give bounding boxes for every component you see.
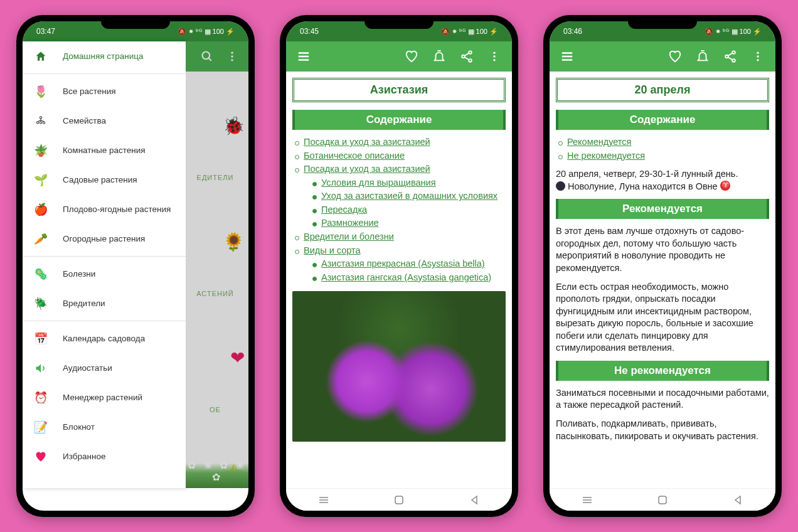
houseplant-icon: 🪴 bbox=[34, 144, 48, 157]
app-bar bbox=[550, 41, 775, 72]
svg-line-9 bbox=[209, 58, 211, 61]
menu-icon[interactable] bbox=[556, 45, 578, 68]
status-time: 03:45 bbox=[300, 27, 319, 36]
toc-link[interactable]: Пересадка bbox=[321, 205, 367, 215]
drawer-item-families[interactable]: Семейства bbox=[23, 106, 186, 136]
toc-item: Размножение bbox=[321, 217, 506, 230]
toc-item: Азистазия прекрасная (Asystasia bella) bbox=[321, 258, 506, 270]
drawer-item-label: Блокнот bbox=[63, 422, 95, 432]
drawer-item-pest[interactable]: 🪲Вредители bbox=[23, 289, 186, 318]
toc-item: Посадка и уход за азистазией bbox=[304, 136, 506, 149]
drawer-item-calendar[interactable]: 📅Календарь садовода bbox=[23, 324, 186, 353]
home-button[interactable] bbox=[650, 494, 675, 506]
bg-label: АСТЕНИЙ bbox=[186, 290, 245, 297]
recommended-text: В этот день вам лучше отдохнуть от садов… bbox=[556, 225, 769, 274]
drawer-item-label: Избранное bbox=[63, 452, 105, 461]
garden-icon: 🌱 bbox=[34, 173, 48, 187]
search-icon[interactable] bbox=[196, 45, 218, 68]
drawer-item-plants[interactable]: 🌷Все растения bbox=[23, 77, 186, 106]
drawer-item-fruit[interactable]: 🍎Плодово-ягодные растения bbox=[23, 194, 186, 224]
toc-item: Вредители и болезни bbox=[304, 231, 506, 243]
audio-icon bbox=[34, 361, 48, 375]
svg-point-26 bbox=[493, 52, 495, 54]
drawer-divider bbox=[23, 256, 186, 257]
toc-item: Условия для выращивания bbox=[321, 177, 506, 189]
status-time: 03:46 bbox=[563, 27, 582, 36]
phone-3: 03:46 🔕 ⁕ ᵇᴳ ▦ 100 ⚡ 20 апреля Содержани… bbox=[543, 15, 782, 517]
status-icons: 🔕 ⁕ ᵇᴳ ▦ 100 ⚡ bbox=[178, 28, 235, 36]
pest-icon: 🪲 bbox=[34, 297, 48, 311]
aries-icon bbox=[720, 181, 730, 191]
drawer-item-vegetable[interactable]: 🥕Огородные растения bbox=[23, 224, 186, 253]
status-bar: 03:47 🔕 ⁕ ᵇᴳ ▦ 100 ⚡ bbox=[23, 21, 248, 41]
toc-item: Азистазия гангская (Asystasia gangetica) bbox=[321, 272, 506, 284]
toc-item: Уход за азистазией в домашних условиях bbox=[321, 190, 506, 203]
favorite-icon[interactable] bbox=[400, 45, 423, 68]
toc-link[interactable]: Ботаническое описание bbox=[304, 151, 405, 161]
back-button[interactable] bbox=[725, 494, 750, 506]
drawer-item-garden[interactable]: 🌱Садовые растения bbox=[23, 165, 186, 194]
toc-link[interactable]: Не рекомендуется bbox=[567, 151, 645, 161]
content-area[interactable]: 20 апреля Содержание РекомендуетсяНе рек… bbox=[550, 72, 775, 488]
toc-link[interactable]: Посадка и уход за азистазией bbox=[304, 164, 430, 174]
drawer-item-label: Календарь садовода bbox=[63, 334, 145, 343]
toc-link[interactable]: Азистазия гангская (Asystasia gangetica) bbox=[321, 272, 491, 282]
toc-item: Рекомендуется bbox=[567, 136, 769, 149]
plant-photo bbox=[292, 291, 506, 442]
recents-button[interactable] bbox=[311, 494, 336, 506]
svg-point-27 bbox=[493, 55, 495, 57]
bg-label: ЕДИТЕЛИ bbox=[186, 174, 245, 181]
toc-link[interactable]: Вредители и болезни bbox=[304, 231, 394, 242]
toc-item: Посадка и уход за азистазиейУсловия для … bbox=[304, 163, 506, 230]
back-button[interactable] bbox=[462, 494, 487, 506]
drawer-item-label: Комнатные растения bbox=[63, 146, 146, 155]
drawer-item-notepad[interactable]: 📝Блокнот bbox=[23, 412, 186, 442]
notepad-icon: 📝 bbox=[34, 420, 48, 434]
overflow-icon[interactable] bbox=[747, 45, 769, 68]
recents-button[interactable] bbox=[575, 494, 600, 506]
drawer-item-alarm[interactable]: ⏰Менеджер растений bbox=[23, 383, 186, 412]
svg-line-24 bbox=[464, 53, 469, 56]
drawer-item-home[interactable]: Домашняя страница bbox=[23, 41, 186, 71]
bg-label: ОЕ bbox=[186, 406, 245, 413]
content-behind-drawer: 🐞 ЕДИТЕЛИ 🌻 АСТЕНИЙ ❤ ОЕ ⭐ ЛОЖЕНИЕ bbox=[186, 41, 248, 488]
drawer-item-favorite[interactable]: Избранное bbox=[23, 442, 186, 471]
drawer-item-audio[interactable]: Аудиостатьи bbox=[23, 353, 186, 383]
menu-icon[interactable] bbox=[292, 45, 315, 68]
phone-1: 03:47 🔕 ⁕ ᵇᴳ ▦ 100 ⚡ Домашняя страница🌷В… bbox=[16, 15, 255, 517]
new-moon-icon bbox=[556, 181, 565, 191]
svg-point-8 bbox=[203, 52, 210, 60]
nav-drawer[interactable]: Домашняя страница🌷Все растенияСемейства🪴… bbox=[23, 41, 186, 488]
toc-link[interactable]: Рекомендуется bbox=[567, 137, 631, 147]
svg-line-41 bbox=[728, 57, 732, 60]
favorite-icon[interactable] bbox=[664, 45, 686, 68]
drawer-item-label: Менеджер растений bbox=[63, 393, 142, 402]
drawer-item-label: Плодово-ягодные растения bbox=[63, 205, 171, 214]
share-icon[interactable] bbox=[719, 45, 742, 68]
toc-link[interactable]: Уход за азистазией в домашних условиях bbox=[321, 191, 497, 201]
alarm-icon: ⏰ bbox=[34, 391, 48, 405]
reminder-icon[interactable] bbox=[691, 45, 714, 68]
toc-item: Пересадка bbox=[321, 204, 506, 216]
toc-link[interactable]: Азистазия прекрасная (Asystasia bella) bbox=[321, 258, 485, 269]
svg-point-3 bbox=[43, 121, 45, 123]
status-icons: 🔕 ⁕ ᵇᴳ ▦ 100 ⚡ bbox=[705, 28, 762, 36]
drawer-item-label: Вредители bbox=[63, 299, 105, 308]
toc-link[interactable]: Посадка и уход за азистазией bbox=[304, 137, 430, 147]
drawer-item-houseplant[interactable]: 🪴Комнатные растения bbox=[23, 136, 186, 165]
drawer-divider bbox=[23, 73, 186, 74]
plants-icon: 🌷 bbox=[34, 85, 48, 98]
toc-link[interactable]: Виды и сорта bbox=[304, 245, 361, 255]
svg-point-2 bbox=[40, 121, 41, 123]
content-area[interactable]: Азистазия Содержание Посадка и уход за а… bbox=[286, 72, 512, 488]
overflow-icon[interactable] bbox=[483, 45, 506, 68]
toc-link[interactable]: Размножение bbox=[321, 218, 379, 228]
not-recommended-text: Заниматься посевными и посадочными работ… bbox=[556, 387, 769, 412]
toc-link[interactable]: Условия для выращивания bbox=[321, 178, 436, 188]
home-button[interactable] bbox=[386, 494, 412, 506]
overflow-icon[interactable] bbox=[221, 45, 243, 68]
svg-point-12 bbox=[231, 59, 233, 61]
share-icon[interactable] bbox=[455, 45, 478, 68]
reminder-icon[interactable] bbox=[428, 45, 450, 68]
drawer-item-disease[interactable]: 🦠Болезни bbox=[23, 259, 186, 289]
